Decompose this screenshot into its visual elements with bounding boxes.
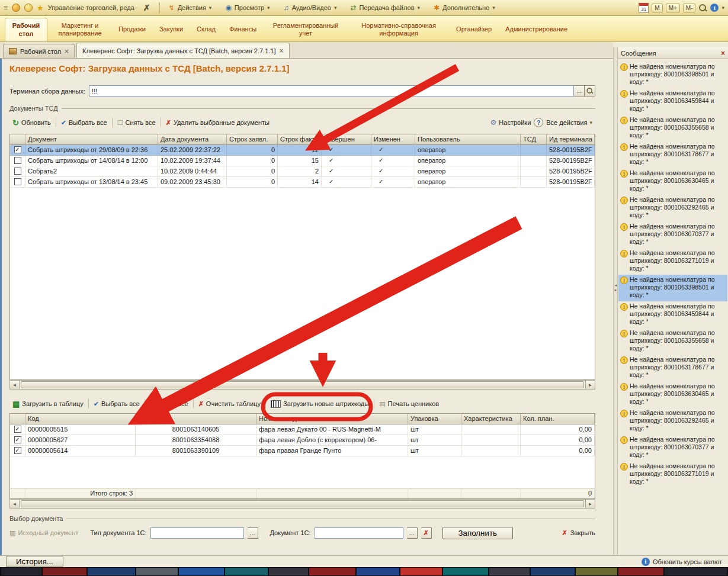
close-messages-icon[interactable]: × [721, 49, 725, 57]
app-icon-2[interactable] [24, 4, 33, 12]
column-header[interactable]: Штрихкод [136, 414, 256, 424]
doc-1c-ellipsis-button[interactable]: ... [407, 527, 418, 539]
column-header[interactable]: Изменен [371, 134, 415, 145]
scroll-left-button[interactable]: ◂ [10, 381, 20, 389]
panel-splitter[interactable]: ◂▸ [613, 47, 618, 555]
column-header[interactable]: Код [25, 414, 136, 424]
section-tab[interactable]: Администрирование [499, 18, 573, 41]
extras-menu[interactable]: ✱ Дополнительно ▾ [429, 2, 500, 13]
message-item[interactable]: !Не найдена номенклатура по штрихкоду: 8… [618, 62, 727, 88]
taskbar-item[interactable] [136, 568, 178, 575]
message-item[interactable]: !Не найдена номенклатура по штрихкоду: 8… [618, 355, 727, 381]
message-item[interactable]: !Не найдена номенклатура по штрихкоду: 8… [618, 328, 727, 355]
section-tab[interactable]: Регламентированный учет [264, 18, 347, 41]
scroll-right-button[interactable]: ▸ [585, 381, 595, 389]
section-tab[interactable]: Органайзер [450, 18, 498, 41]
message-item[interactable]: !Не найдена номенклатура по штрихкоду: 8… [618, 461, 727, 488]
items-table-row[interactable]: ✓000000056148001063390109фара правая Гра… [10, 446, 595, 456]
items-table-row[interactable]: ✓000000055158001063140605фара левая Дука… [10, 424, 595, 435]
docs-table-row[interactable]: Собрать штрихкоды от 13/08/14 в 23:4509.… [10, 177, 595, 188]
message-item[interactable]: !Не найдена номенклатура по штрихкоду: 8… [618, 248, 727, 275]
view-menu[interactable]: ◉ Просмотр ▾ [220, 2, 274, 13]
tab-cleverence[interactable]: Клеверенс Софт: Загрузка данных с ТСД [B… [76, 43, 289, 58]
row-checkbox[interactable] [14, 157, 21, 164]
refresh-button[interactable]: ↻ Обновить [9, 117, 54, 128]
taskbar-item[interactable] [665, 568, 727, 575]
help-button[interactable]: ? [534, 118, 543, 127]
taskbar-item[interactable] [400, 568, 442, 575]
file-transfer-menu[interactable]: ⇄ Передача файлов ▾ [345, 2, 425, 13]
taskbar-item[interactable] [179, 568, 224, 575]
star-icon[interactable]: ★ [37, 4, 44, 12]
taskbar-item[interactable] [618, 568, 663, 575]
taskbar-item[interactable] [576, 568, 617, 575]
search-icon[interactable] [698, 4, 707, 12]
message-item[interactable]: !Не найдена номенклатура по штрихкоду: 8… [618, 221, 727, 248]
taskbar-item[interactable] [269, 568, 308, 575]
section-tab[interactable]: Финансы [223, 18, 262, 41]
close-tab-icon[interactable]: × [65, 47, 69, 56]
taskbar-item[interactable] [489, 568, 530, 575]
section-tab[interactable]: Рабочий стол [5, 18, 47, 41]
column-header[interactable]: ТСД [521, 134, 547, 145]
row-checkbox[interactable]: ✓ [14, 447, 21, 454]
section-tab[interactable]: Закупки [153, 18, 189, 41]
doc-1c-input[interactable] [315, 527, 403, 539]
select-all-items-button[interactable]: ✔ Выбрать все [91, 398, 143, 410]
doc-type-ellipsis-button[interactable]: ... [248, 527, 258, 539]
audio-video-menu[interactable]: ♫ Аудио/Видео ▾ [279, 2, 342, 13]
load-to-table-button[interactable]: ▦ Загрузить в таблицу [9, 398, 86, 409]
items-table-hscrollbar[interactable]: ◂ ▸ [9, 499, 595, 509]
items-table-row[interactable]: ✓000000056278001063354088фара левая Добл… [10, 435, 595, 446]
scroll-thumb[interactable] [21, 381, 584, 388]
column-header[interactable]: Документ [25, 134, 158, 145]
section-tab[interactable]: Склад [191, 18, 222, 41]
info-icon[interactable]: i [710, 4, 719, 12]
clear-table-button[interactable]: ✗ Очистить таблицу [195, 398, 264, 410]
message-item[interactable]: !Не найдена номенклатура по штрихкоду: 8… [618, 88, 727, 115]
unselect-all-button[interactable]: ☐ Снять все [114, 117, 159, 128]
tab-desktop[interactable]: Рабочий стол × [3, 44, 75, 58]
row-checkbox[interactable] [14, 178, 21, 185]
docs-table-row[interactable]: Собрать штрихкоды от 14/08/14 в 12:0010.… [10, 156, 595, 166]
section-tab[interactable]: Маркетинг и планирование [49, 18, 111, 41]
app-icon[interactable] [12, 4, 20, 12]
message-item[interactable]: !Не найдена номенклатура по штрихкоду: 8… [618, 435, 727, 461]
message-item[interactable]: !Не найдена номенклатура по штрихкоду: 8… [618, 115, 727, 141]
doc-1c-clear-button[interactable]: ✗ [421, 527, 432, 539]
unselect-all-items-button[interactable]: ☐ Снять все [147, 398, 191, 410]
actions-menu[interactable]: ↯ Действия ▾ [164, 2, 217, 13]
column-header[interactable]: Дата документа [158, 134, 227, 145]
settings-button[interactable]: ⚙ Настройки [488, 117, 534, 128]
terminal-search-button[interactable] [585, 85, 595, 96]
column-header[interactable]: Ид терминала [547, 134, 595, 145]
row-checkbox[interactable]: ✓ [14, 426, 21, 433]
message-item[interactable]: !Не найдена номенклатура по штрихкоду: 8… [618, 141, 727, 168]
chevron-down-icon[interactable]: ▾ [721, 5, 724, 11]
section-tab[interactable]: Нормативно-справочная информация [349, 18, 448, 41]
column-header[interactable]: Кол. план. [521, 414, 595, 424]
taskbar-item[interactable] [443, 568, 488, 575]
memory-plus-button[interactable]: M+ [666, 4, 680, 12]
message-item[interactable]: !Не найдена номенклатура по штрихкоду: 8… [618, 381, 727, 408]
taskbar[interactable] [0, 567, 728, 576]
close-session-icon[interactable]: ✗ [139, 3, 155, 12]
checkbox-column-header[interactable] [10, 134, 25, 145]
taskbar-item[interactable] [43, 568, 86, 575]
docs-table-hscrollbar[interactable]: ◂ ▸ [9, 380, 595, 390]
calendar-icon[interactable]: 31 [639, 3, 649, 13]
select-all-button[interactable]: ✔ Выбрать все [58, 117, 110, 128]
message-item[interactable]: !Не найдена номенклатура по штрихкоду: 8… [618, 301, 727, 328]
docs-table-row[interactable]: ✓Собрать штрихкоды от 29/08/09 в 22:3625… [10, 145, 595, 156]
message-item[interactable]: !Не найдена номенклатура по штрихкоду: 8… [618, 168, 727, 195]
doc-type-input[interactable] [150, 527, 244, 539]
docs-table-row[interactable]: Собрать210.02.2009 0:44:4402✓✓оператор52… [10, 166, 595, 177]
delete-selected-button[interactable]: ✗ Удалить выбранные документы [163, 117, 272, 128]
scroll-thumb[interactable] [21, 500, 584, 507]
source-document-button[interactable]: ▥ Исходный документ [9, 529, 78, 537]
message-item[interactable]: !Не найдена номенклатура по штрихкоду: 8… [618, 195, 727, 221]
row-checkbox[interactable] [14, 168, 21, 175]
checkbox-column-header[interactable] [10, 414, 25, 424]
message-item[interactable]: !Не найдена номенклатура по штрихкоду: 8… [618, 275, 727, 301]
column-header[interactable]: Строк факт. [278, 134, 322, 145]
